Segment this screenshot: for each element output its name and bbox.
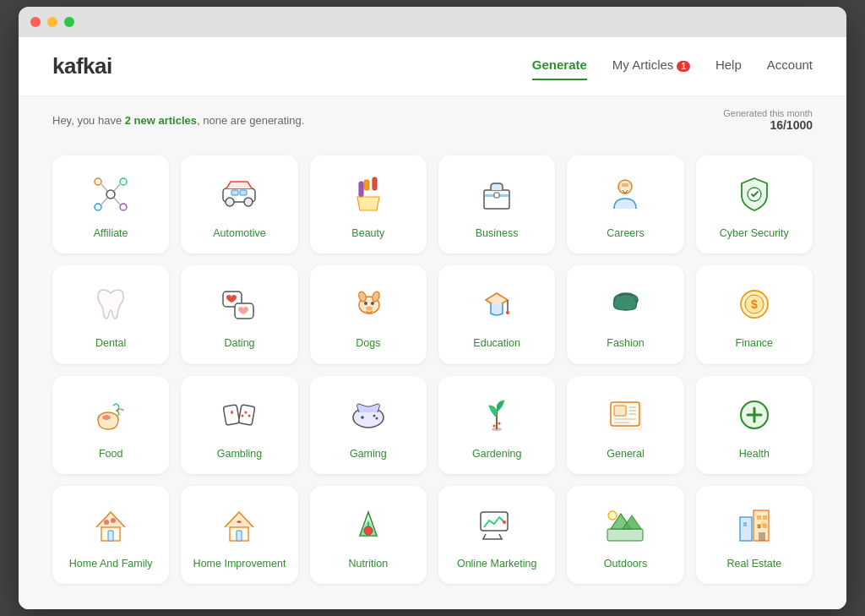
category-fashion[interactable]: Fashion: [567, 265, 683, 363]
svg-point-65: [104, 520, 109, 525]
svg-rect-76: [607, 529, 643, 541]
category-home-improvement[interactable]: Home Improvement: [181, 486, 297, 584]
dental-icon: [89, 282, 133, 326]
nav-account[interactable]: Account: [767, 57, 813, 75]
svg-rect-16: [359, 182, 363, 197]
general-label: General: [607, 447, 644, 461]
category-dating[interactable]: Dating: [181, 265, 297, 363]
category-home-and-family[interactable]: Home And Family: [52, 486, 169, 584]
minimize-button[interactable]: [47, 17, 57, 27]
subheader-message: Hey, you have 2 new articles, none are g…: [52, 114, 304, 127]
nav-my-articles[interactable]: My Articles1: [612, 57, 690, 75]
svg-rect-54: [614, 406, 626, 416]
svg-rect-81: [757, 515, 761, 520]
svg-point-75: [503, 521, 506, 524]
category-business[interactable]: Business: [438, 155, 555, 253]
nav-my-articles-label: My Articles: [612, 57, 674, 72]
svg-point-86: [761, 521, 766, 526]
maximize-button[interactable]: [64, 17, 74, 27]
food-label: Food: [99, 447, 123, 461]
category-dental[interactable]: Dental: [52, 265, 169, 363]
category-food[interactable]: Food: [52, 376, 169, 474]
svg-point-1: [95, 178, 101, 185]
dating-label: Dating: [224, 336, 254, 350]
svg-rect-40: [239, 404, 256, 424]
nutrition-icon: [346, 503, 390, 547]
category-outdoors[interactable]: Outdoors: [567, 486, 683, 584]
category-careers[interactable]: Careers: [567, 155, 683, 253]
svg-rect-21: [622, 183, 628, 187]
business-icon: [475, 172, 519, 216]
svg-point-77: [608, 511, 617, 520]
titlebar: [19, 7, 846, 37]
nav-help[interactable]: Help: [715, 57, 742, 75]
svg-line-72: [483, 534, 486, 539]
svg-point-48: [375, 417, 378, 419]
gambling-label: Gambling: [217, 447, 263, 461]
home-and-family-label: Home And Family: [69, 557, 153, 570]
real-estate-label: Real Estate: [727, 557, 782, 570]
category-affiliate[interactable]: Affiliate: [52, 155, 169, 253]
svg-line-6: [114, 184, 120, 191]
app-window: kafkai Generate My Articles1 Help Accoun…: [19, 7, 846, 609]
svg-rect-78: [740, 517, 752, 541]
svg-rect-64: [108, 531, 113, 541]
svg-point-42: [248, 414, 251, 417]
generated-value: 16/1000: [723, 118, 813, 132]
svg-rect-13: [240, 190, 247, 195]
svg-point-32: [506, 311, 509, 314]
health-label: Health: [739, 447, 770, 461]
app-content: kafkai Generate My Articles1 Help Accoun…: [19, 37, 846, 609]
svg-point-52: [498, 422, 501, 424]
health-icon: [732, 393, 776, 437]
svg-point-66: [111, 518, 116, 523]
real-estate-icon: $: [732, 503, 776, 547]
nutrition-label: Nutrition: [349, 557, 389, 570]
category-real-estate[interactable]: $ Real Estate: [696, 486, 813, 584]
svg-text:$: $: [751, 297, 758, 311]
cyber-security-label: Cyber Security: [720, 226, 789, 240]
affiliate-icon: [89, 172, 133, 216]
message-prefix: Hey, you have: [52, 114, 125, 127]
dogs-icon: [346, 282, 390, 326]
svg-point-3: [95, 204, 101, 210]
cyber-security-icon: [732, 172, 776, 216]
category-beauty[interactable]: Beauty: [310, 155, 427, 253]
category-nutrition[interactable]: Nutrition: [310, 486, 427, 584]
svg-point-10: [226, 198, 234, 206]
category-online-marketing[interactable]: Online Marketing: [438, 486, 555, 584]
category-dogs[interactable]: Dogs: [310, 265, 427, 363]
category-health[interactable]: Health: [696, 376, 813, 474]
category-education[interactable]: Education: [438, 265, 555, 363]
svg-rect-12: [231, 190, 238, 195]
business-label: Business: [476, 226, 519, 240]
svg-point-50: [492, 428, 502, 431]
close-button[interactable]: [30, 17, 41, 27]
category-gambling[interactable]: Gambling: [181, 376, 297, 474]
finance-label: Finance: [736, 336, 773, 350]
category-gaming[interactable]: Gaming: [310, 376, 427, 474]
home-and-family-icon: [89, 503, 133, 547]
category-cyber-security[interactable]: Cyber Security: [696, 155, 813, 253]
category-gardening[interactable]: Gardening: [438, 376, 555, 474]
svg-point-0: [106, 190, 115, 199]
svg-rect-19: [494, 193, 499, 198]
nav-generate[interactable]: Generate: [532, 57, 587, 75]
category-automotive[interactable]: Automotive: [181, 155, 297, 253]
home-improvement-icon: [217, 503, 261, 547]
svg-point-51: [493, 424, 496, 427]
gaming-label: Gaming: [350, 447, 387, 461]
subheader: Hey, you have 2 new articles, none are g…: [19, 96, 846, 144]
svg-point-47: [373, 414, 375, 417]
svg-rect-85: [759, 532, 765, 541]
svg-rect-15: [373, 177, 377, 190]
svg-line-5: [101, 184, 107, 191]
svg-point-43: [242, 414, 244, 417]
category-finance[interactable]: $ Finance: [696, 265, 813, 363]
fashion-icon: [603, 282, 647, 326]
categories-grid: Affiliate Automotive: [19, 144, 846, 609]
automotive-icon: [217, 172, 261, 216]
generated-label: Generated this month: [723, 108, 813, 118]
careers-label: Careers: [607, 226, 644, 240]
category-general[interactable]: General: [567, 376, 683, 474]
